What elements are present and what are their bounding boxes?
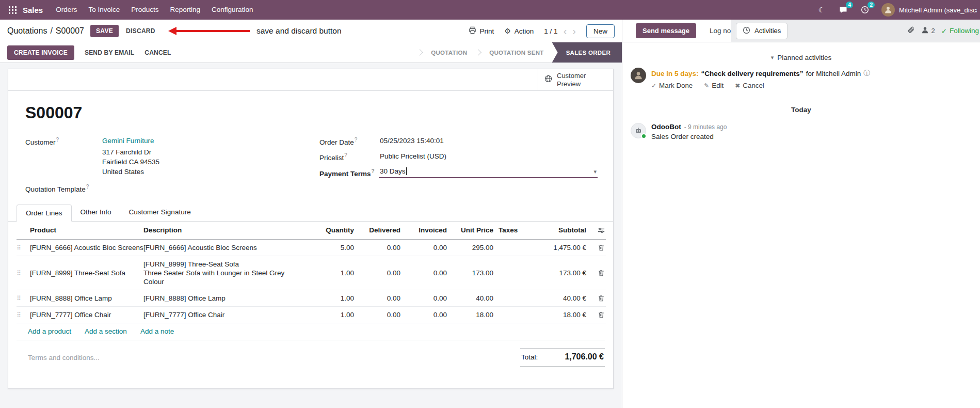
new-button[interactable]: New <box>586 24 615 38</box>
activities-clock-icon[interactable]: 2 <box>860 5 870 15</box>
menu-reporting[interactable]: Reporting <box>165 0 206 20</box>
cell-product[interactable]: [FURN_6666] Acoustic Bloc Screens <box>30 239 143 256</box>
delete-row-icon[interactable] <box>586 244 606 252</box>
cell-unit-price[interactable]: 40.00 <box>447 290 493 306</box>
cell-unit-price[interactable]: 295.00 <box>447 239 493 256</box>
cell-quantity[interactable]: 5.00 <box>302 239 354 256</box>
cell-invoiced[interactable]: 0.00 <box>400 306 447 323</box>
pricelist-value[interactable]: Public Pricelist (USD) <box>380 152 446 160</box>
cell-product[interactable]: [FURN_8999] Three-Seat Sofa <box>30 256 143 290</box>
tab-customer-signature[interactable]: Customer Signature <box>120 204 200 221</box>
cell-product[interactable]: [FURN_8888] Office Lamp <box>30 290 143 306</box>
app-name[interactable]: Sales <box>23 6 43 14</box>
order-line-row[interactable]: ⠿ [FURN_6666] Acoustic Bloc Screens [FUR… <box>17 239 606 256</box>
cell-quantity[interactable]: 1.00 <box>302 256 354 290</box>
menu-to-invoice[interactable]: To Invoice <box>83 0 125 20</box>
cell-unit-price[interactable]: 18.00 <box>447 306 493 323</box>
form-fields: Customer? Gemini Furniture 317 Fairchild… <box>8 136 613 204</box>
cell-description[interactable]: [FURN_8999] Three-Seat SofaThree Seater … <box>143 256 302 290</box>
moon-icon[interactable]: ☾ <box>816 5 827 15</box>
chatter-topbar: Send message Log note Activities <box>622 20 980 42</box>
cell-unit-price[interactable]: 173.00 <box>447 256 493 290</box>
order-line-row[interactable]: ⠿ [FURN_8999] Three-Seat Sofa [FURN_8999… <box>17 256 606 290</box>
customer-link[interactable]: Gemini Furniture <box>102 137 154 145</box>
cell-delivered[interactable]: 0.00 <box>354 290 400 306</box>
activities-tab[interactable]: Activities <box>736 23 788 39</box>
cell-invoiced[interactable]: 0.00 <box>400 239 447 256</box>
stage-sales-order[interactable]: SALES ORDER <box>552 42 622 62</box>
tab-order-lines[interactable]: Order Lines <box>17 205 72 222</box>
order-date-value[interactable]: 05/25/2023 15:40:01 <box>380 137 444 145</box>
cell-delivered[interactable]: 0.00 <box>354 306 400 323</box>
cell-taxes[interactable] <box>493 256 529 290</box>
cell-product[interactable]: [FURN_7777] Office Chair <box>30 306 143 323</box>
action-button[interactable]: ⚙ Action <box>504 27 534 35</box>
cell-invoiced[interactable]: 0.00 <box>400 256 447 290</box>
cell-quantity[interactable]: 1.00 <box>302 306 354 323</box>
chatter-message: OdooBot - 9 minutes ago Sales Order crea… <box>622 123 980 140</box>
attachment-icon[interactable] <box>907 26 915 36</box>
create-invoice-button[interactable]: CREATE INVOICE <box>7 45 74 60</box>
add-note-link[interactable]: Add a note <box>140 327 174 335</box>
delete-row-icon[interactable] <box>586 294 606 302</box>
cancel-activity-button[interactable]: ✖Cancel <box>735 82 764 89</box>
following-button[interactable]: ✓ Following <box>941 27 979 35</box>
breadcrumb-quotations[interactable]: Quotations <box>7 26 47 36</box>
drag-handle-icon[interactable]: ⠿ <box>17 270 21 277</box>
menu-configuration[interactable]: Configuration <box>206 0 259 20</box>
planned-activities-header[interactable]: ▾ Planned activities <box>622 54 980 61</box>
tab-other-info[interactable]: Other Info <box>72 204 120 221</box>
save-button[interactable]: SAVE <box>90 25 119 37</box>
delete-row-icon[interactable] <box>586 311 606 319</box>
record-title: S00007 <box>25 102 613 123</box>
followers-button[interactable]: 2 <box>921 26 935 36</box>
pager-next-icon[interactable]: › <box>572 26 576 36</box>
printer-icon <box>469 26 476 36</box>
cell-description[interactable]: [FURN_6666] Acoustic Bloc Screens <box>143 239 302 256</box>
cell-taxes[interactable] <box>493 239 529 256</box>
cell-quantity[interactable]: 1.00 <box>302 290 354 306</box>
optional-columns-icon[interactable] <box>586 227 606 234</box>
cell-description[interactable]: [FURN_8888] Office Lamp <box>143 290 302 306</box>
order-line-row[interactable]: ⠿ [FURN_8888] Office Lamp [FURN_8888] Of… <box>17 290 606 306</box>
send-by-email-button[interactable]: SEND BY EMAIL <box>85 49 134 56</box>
print-button[interactable]: Print <box>469 26 494 36</box>
cell-taxes[interactable] <box>493 306 529 323</box>
message-timestamp: - 9 minutes ago <box>684 123 727 131</box>
cancel-button[interactable]: CANCEL <box>144 49 171 56</box>
cell-delivered[interactable]: 0.00 <box>354 256 400 290</box>
dropdown-caret-icon[interactable]: ▾ <box>593 168 597 175</box>
form-view: Customer Preview S00007 Customer? Gemini… <box>0 63 622 408</box>
order-line-row[interactable]: ⠿ [FURN_7777] Office Chair [FURN_7777] O… <box>17 306 606 323</box>
edit-activity-button[interactable]: ✎Edit <box>704 82 724 89</box>
menu-orders[interactable]: Orders <box>50 0 83 20</box>
customer-preview-button[interactable]: Customer Preview <box>538 69 613 90</box>
add-product-link[interactable]: Add a product <box>28 327 71 335</box>
drag-handle-icon[interactable]: ⠿ <box>17 244 21 252</box>
menu-products[interactable]: Products <box>125 0 164 20</box>
send-message-button[interactable]: Send message <box>636 23 696 38</box>
discard-button[interactable]: DISCARD <box>126 27 155 35</box>
drag-handle-icon[interactable]: ⠿ <box>17 295 21 302</box>
user-menu[interactable]: Mitchell Admin (save_discar <box>881 3 977 17</box>
drag-handle-icon[interactable]: ⠿ <box>17 311 21 319</box>
main-panel: Quotations / S00007 SAVE DISCARD save an… <box>0 20 622 408</box>
stage-separator-icon <box>416 49 423 56</box>
cell-delivered[interactable]: 0.00 <box>354 239 400 256</box>
cell-subtotal: 1,475.00 € <box>529 239 586 256</box>
messages-icon[interactable]: 4 <box>838 5 848 15</box>
pager-previous-icon[interactable]: ‹ <box>564 26 567 36</box>
mark-done-button[interactable]: ✓Mark Done <box>651 82 693 89</box>
cell-description[interactable]: [FURN_7777] Office Chair <box>143 306 302 323</box>
stage-quotation[interactable]: QUOTATION <box>423 42 475 62</box>
cell-taxes[interactable] <box>493 290 529 306</box>
apps-menu-icon[interactable] <box>5 0 20 20</box>
add-section-link[interactable]: Add a section <box>85 327 127 335</box>
payment-terms-input[interactable]: 30 Days ▾ <box>379 165 598 178</box>
terms-placeholder[interactable]: Terms and conditions... <box>28 354 100 362</box>
cell-invoiced[interactable]: 0.00 <box>400 290 447 306</box>
stage-quotation-sent[interactable]: QUOTATION SENT <box>481 42 552 62</box>
delete-row-icon[interactable] <box>586 269 606 277</box>
followers-count: 2 <box>931 27 935 35</box>
info-icon[interactable]: ⓘ <box>863 69 870 78</box>
